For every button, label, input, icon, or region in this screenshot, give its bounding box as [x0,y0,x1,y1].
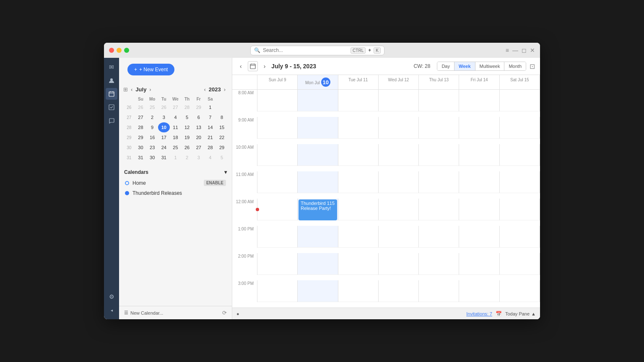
day-cell[interactable] [500,171,540,193]
mini-cal-day[interactable]: 26 [158,102,170,112]
mini-cal-day[interactable]: 30 [146,153,158,163]
window-close-icon[interactable]: ✕ [530,47,535,54]
day-cell[interactable] [459,90,499,111]
multiweek-view-btn[interactable]: Multiweek [475,62,505,70]
mini-cal-day[interactable]: 5 [181,112,193,122]
day-cell[interactable] [419,171,459,193]
day-cell[interactable] [298,280,338,302]
day-cell[interactable] [257,199,298,220]
day-cell[interactable] [500,117,540,139]
new-calendar-link[interactable]: ☰ New Calendar... [124,310,163,315]
sidebar-calendar-icon[interactable] [106,88,117,100]
mini-cal-day[interactable]: 29 [193,102,205,112]
day-cell[interactable] [419,253,459,275]
day-cell[interactable] [338,226,379,248]
sidebar-tasks-icon[interactable] [106,101,117,113]
mini-cal-day[interactable]: 26 [135,102,147,112]
day-header-sat[interactable]: Sat Jul 15 [500,75,540,89]
day-cell[interactable] [257,144,298,166]
day-cell[interactable] [257,117,298,139]
mini-cal-day[interactable]: 28 [135,122,147,132]
mini-cal-day[interactable]: 3 [193,153,205,163]
mini-cal-day[interactable]: 11 [170,122,182,132]
sidebar-contacts-icon[interactable] [106,75,117,86]
day-cell[interactable] [338,253,379,275]
window-restore-icon[interactable]: ◻ [522,47,527,54]
search-bar[interactable]: 🔍 CTRL + K [250,46,384,55]
day-cell[interactable] [459,280,499,302]
mini-cal-day[interactable]: 22 [216,132,228,142]
day-cell[interactable] [257,90,298,111]
day-cell[interactable] [419,226,459,248]
mini-cal-day[interactable]: 27 [135,112,147,122]
day-cell[interactable] [298,253,338,275]
sidebar-settings-icon[interactable]: ⚙ [106,291,117,303]
mini-cal-grid-icon[interactable]: ⊞ [123,86,128,93]
mini-cal-day[interactable]: 13 [193,122,205,132]
day-cell[interactable] [379,171,419,193]
day-cell[interactable] [379,199,419,220]
day-cell[interactable] [500,226,540,248]
sidebar-mail-icon[interactable]: ✉ [106,61,117,73]
mini-cal-day[interactable]: 29 [135,132,147,142]
new-event-button[interactable]: + + New Event [127,64,174,75]
mini-cal-day[interactable]: 15 [216,122,228,132]
day-cell[interactable] [257,171,298,193]
menu-icon[interactable]: ≡ [506,47,509,54]
day-cell[interactable] [379,144,419,166]
day-view-btn[interactable]: Day [437,62,454,70]
day-cell[interactable] [379,117,419,139]
event-block[interactable]: Thunderbird 115 Release Party! [299,199,337,220]
window-minimize-icon[interactable]: — [512,47,518,54]
mini-cal-day[interactable]: 27 [193,142,205,153]
day-cell[interactable] [459,226,499,248]
mini-cal-day[interactable]: 2 [146,112,158,122]
mini-cal-day[interactable]: 24 [158,142,170,153]
day-cell[interactable] [338,280,379,302]
day-cell[interactable] [500,280,540,302]
mini-cal-day[interactable]: 10 [158,122,170,132]
cal-next-btn[interactable]: › [261,62,268,71]
mini-cal-day[interactable]: 28 [205,142,216,153]
minimize-button[interactable] [117,48,122,53]
mini-cal-day[interactable]: 23 [146,142,158,153]
day-cell[interactable] [257,226,298,248]
mini-cal-day[interactable]: 4 [170,112,182,122]
day-cell[interactable] [419,90,459,111]
mini-cal-day[interactable]: 26 [181,142,193,153]
mini-cal-day[interactable]: 4 [205,153,216,163]
day-cell[interactable] [338,117,379,139]
sidebar-expand-icon[interactable]: ◂ [106,304,117,316]
day-cell[interactable] [459,253,499,275]
today-pane-btn[interactable]: Today Pane ▲ [505,311,536,316]
mini-cal-day[interactable]: 30 [135,142,147,153]
mini-cal-day[interactable]: 18 [170,132,182,142]
day-header-wed[interactable]: Wed Jul 12 [379,75,419,89]
mini-cal-day[interactable]: 25 [170,142,182,153]
week-view-btn[interactable]: Week [454,62,475,70]
day-cell[interactable] [419,144,459,166]
mini-cal-day[interactable]: 27 [170,102,182,112]
day-cell[interactable] [419,280,459,302]
mini-cal-day[interactable]: 8 [216,112,228,122]
close-button[interactable] [109,48,114,53]
calendar-home-item[interactable]: Home ENABLE [123,178,228,188]
day-cell[interactable] [459,144,499,166]
maximize-button[interactable] [124,48,129,53]
day-cell[interactable] [257,280,298,302]
day-cell[interactable] [257,253,298,275]
mini-cal-day[interactable]: 16 [146,132,158,142]
day-cell[interactable] [338,144,379,166]
mini-cal-day[interactable]: 5 [216,153,228,163]
mini-cal-day[interactable]: 31 [158,153,170,163]
day-cell[interactable] [379,90,419,111]
home-enable-badge[interactable]: ENABLE [204,180,226,186]
day-cell[interactable] [459,199,499,220]
mini-cal-day[interactable]: 2 [181,153,193,163]
day-cell[interactable] [459,117,499,139]
calendars-header[interactable]: Calendars ▾ [123,167,228,178]
mini-cal-next[interactable]: › [147,85,153,93]
cal-prev-btn[interactable]: ‹ [237,62,244,71]
mini-cal-day[interactable]: 3 [158,112,170,122]
day-cell[interactable] [500,253,540,275]
